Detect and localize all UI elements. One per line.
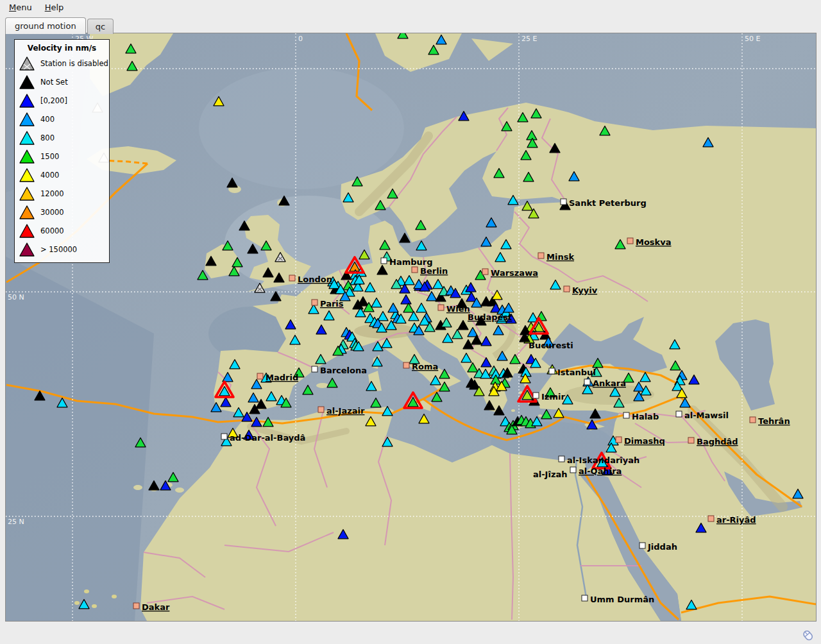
city-marker[interactable]	[616, 437, 622, 443]
city-label: al-Jîzah	[533, 470, 568, 479]
legend-triangle-icon	[19, 168, 35, 182]
tab-ground-motion[interactable]: ground motion	[5, 17, 86, 34]
city-label: Budapest	[468, 312, 512, 322]
legend-triangle-icon	[19, 242, 35, 257]
legend-label: 800	[40, 133, 55, 142]
city-marker[interactable]	[482, 269, 488, 275]
city-label: Moskva	[636, 237, 672, 247]
city-label: London	[298, 275, 332, 284]
legend-row: 4000	[15, 165, 109, 184]
city-marker[interactable]	[584, 379, 590, 385]
city-label: al-Iskandarîyah	[567, 455, 639, 465]
legend-row: Not Set	[15, 72, 109, 91]
city-marker[interactable]	[412, 267, 418, 273]
city-marker[interactable]	[312, 300, 317, 305]
city-marker[interactable]	[289, 275, 295, 281]
grid-label-lon: 25 E	[521, 35, 537, 43]
city-marker[interactable]	[623, 412, 629, 418]
city-label: Umm Durmân	[590, 595, 654, 604]
city-marker[interactable]	[750, 417, 756, 423]
legend-label: 60000	[40, 226, 64, 235]
city-label: Istanbul	[557, 368, 596, 377]
city-label: Dakar	[142, 602, 170, 612]
city-label: Barcelona	[320, 366, 367, 375]
tab-qc[interactable]: qc	[87, 19, 114, 34]
city-marker[interactable]	[676, 411, 682, 417]
legend-row: Station is disabled	[15, 54, 109, 72]
legend-label: 400	[40, 115, 55, 124]
legend-label: Station is disabled	[40, 59, 108, 68]
city-label: Baghdâd	[697, 437, 738, 446]
city-marker[interactable]	[688, 437, 694, 443]
city-label: Wien	[446, 304, 470, 314]
mouse-icon	[800, 627, 817, 644]
help-button[interactable]: Help	[40, 1, 69, 13]
city-marker[interactable]	[403, 362, 409, 368]
legend-triangle-icon	[19, 75, 35, 89]
status-bar	[0, 622, 821, 644]
city-marker[interactable]	[538, 253, 544, 258]
legend-row: 1500	[15, 147, 109, 165]
city-marker[interactable]	[549, 368, 555, 374]
city-label: Kyyiv	[572, 285, 598, 295]
legend-label: [0,200]	[40, 96, 67, 105]
legend-row: > 150000	[15, 240, 109, 258]
city-marker[interactable]	[570, 467, 576, 473]
menu-bar: Menu Help	[0, 0, 821, 14]
city-marker[interactable]	[312, 366, 317, 372]
legend-row: 400	[15, 110, 109, 128]
city-label: Minsk	[546, 252, 574, 262]
city-label: Tehrân	[758, 416, 790, 426]
city-label: Jiddah	[647, 542, 677, 552]
legend-triangle-icon	[19, 187, 35, 201]
city-label: Madrid	[266, 373, 298, 382]
map-canvas[interactable]: LondonParisMadridBarcelonaRomaHamburgBer…	[6, 33, 816, 621]
city-marker[interactable]	[221, 434, 227, 439]
legend-row: [0,200]	[15, 91, 109, 110]
city-label: Paris	[320, 299, 344, 309]
legend-title: Velocity in nm/s	[15, 44, 109, 53]
legend-row: 800	[15, 128, 109, 147]
city-label: Berlin	[420, 266, 448, 276]
city-marker[interactable]	[564, 286, 570, 292]
tab-bar: ground motion qc	[5, 19, 115, 34]
city-marker[interactable]	[318, 407, 324, 412]
city-label: Halab	[632, 412, 659, 421]
city-label: al-Jazair	[326, 406, 365, 416]
city-marker[interactable]	[438, 305, 444, 310]
city-label: Izmir	[541, 392, 565, 402]
legend-label: 12000	[40, 189, 64, 198]
legend-label: 1500	[40, 152, 59, 161]
legend-triangle-icon	[19, 112, 35, 126]
grid-label-lat: 25 N	[8, 518, 24, 526]
city-marker[interactable]	[582, 595, 588, 601]
legend-triangle-icon	[19, 205, 35, 219]
city-marker[interactable]	[627, 238, 633, 244]
city-marker[interactable]	[133, 603, 139, 609]
city-marker[interactable]	[561, 199, 566, 205]
city-marker[interactable]	[639, 543, 645, 548]
legend-triangle-icon	[19, 224, 35, 238]
legend-label: > 150000	[40, 245, 77, 254]
city-label: Bucuresti	[529, 341, 573, 350]
city-marker[interactable]	[708, 516, 714, 521]
legend-row: 30000	[15, 203, 109, 221]
application-window: { "window": { "menu_items": ["Menu", "He…	[0, 0, 821, 644]
city-label: Ankara	[593, 378, 626, 388]
legend-triangle-icon	[19, 56, 35, 71]
legend-row: 12000	[15, 184, 109, 203]
legend-triangle-icon	[19, 94, 35, 108]
grid-label-lat: 50 N	[8, 293, 24, 301]
city-marker[interactable]	[381, 258, 387, 264]
city-marker[interactable]	[257, 373, 263, 379]
city-label: ad-Dar-al-Baydâ	[230, 433, 305, 443]
city-label: Sankt Peterburg	[569, 198, 647, 208]
city-label: Warszawa	[491, 268, 538, 278]
city-marker[interactable]	[533, 393, 539, 398]
legend-label: 4000	[40, 171, 59, 180]
city-label: al-Mawsil	[684, 411, 729, 420]
city-marker[interactable]	[559, 456, 564, 462]
menu-button[interactable]: Menu	[4, 1, 37, 13]
legend-triangle-icon	[19, 149, 35, 164]
legend-label: Not Set	[40, 78, 68, 87]
